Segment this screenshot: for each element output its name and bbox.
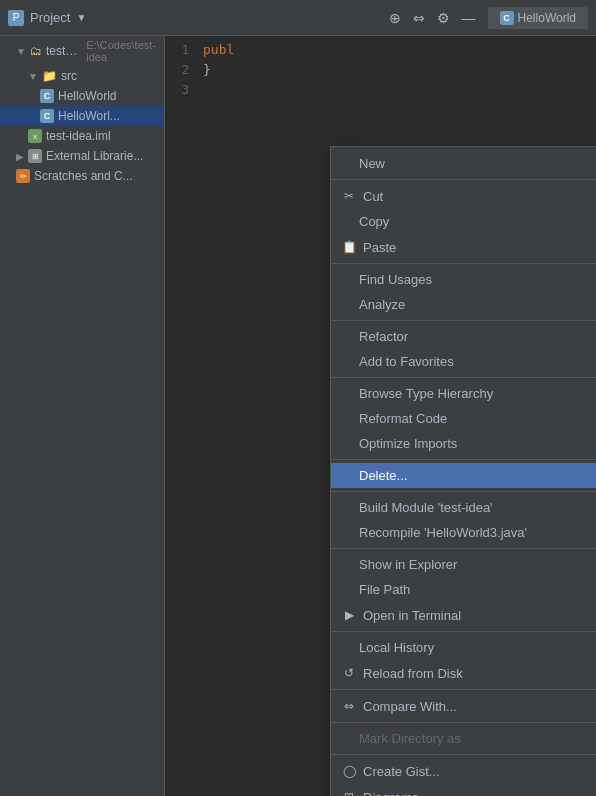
sidebar-item-project-root[interactable]: ▼ 🗂 test-idea E:\Codes\test-idea [0,36,164,66]
menu-item-add-to-favorites[interactable]: Add to Favorites ▶ [331,349,596,374]
project-root-path: E:\Codes\test-idea [86,39,156,63]
menu-item-analyze-label: Analyze [359,297,405,312]
expand-arrow: ▼ [16,46,26,57]
expand-icon[interactable]: ⇔ [413,10,425,26]
code-content: publ } [195,36,242,84]
helloworld2-label: HelloWorl... [58,109,120,123]
scratch-icon: ✏ [16,169,30,183]
sidebar-item-iml[interactable]: x test-idea.iml [0,126,164,146]
menu-item-build-module-label: Build Module 'test-idea' [359,500,493,515]
terminal-icon: ▶ [339,607,359,623]
menu-item-reformat-code-label: Reformat Code [359,411,447,426]
menu-separator-6 [331,491,596,492]
title-bar-left: P Project ▼ [8,10,86,26]
project-folder-icon: 🗂 [30,44,42,58]
expand-arrow-src: ▼ [28,71,38,82]
iml-label: test-idea.iml [46,129,111,143]
sidebar-item-helloworld1[interactable]: C HelloWorld [0,86,164,106]
scratches-label: Scratches and C... [34,169,133,183]
menu-item-find-usages-label: Find Usages [359,272,432,287]
menu-item-diagrams-label: Diagrams [363,790,419,797]
lib-icon: ⊞ [28,149,42,163]
menu-item-find-usages[interactable]: Find Usages Alt+F7 [331,267,596,292]
xml-file-icon: x [28,129,42,143]
menu-item-add-to-favorites-label: Add to Favorites [359,354,454,369]
menu-item-paste[interactable]: 📋 Paste Ctrl+V [331,234,596,260]
menu-separator-9 [331,689,596,690]
menu-separator-2 [331,263,596,264]
menu-item-reload-from-disk-label: Reload from Disk [363,666,463,681]
menu-item-optimize-imports[interactable]: Optimize Imports Ctrl+Alt+O [331,431,596,456]
minimize-icon[interactable]: — [462,10,476,26]
menu-item-reload-from-disk[interactable]: ↺ Reload from Disk [331,660,596,686]
tab-label: HelloWorld [518,11,576,25]
menu-item-browse-type-hierarchy[interactable]: Browse Type Hierarchy Ctrl+H [331,381,596,406]
sidebar-item-src[interactable]: ▼ 📁 src [0,66,164,86]
menu-item-new-label: New [359,156,385,171]
project-title: Project [30,10,70,25]
menu-item-compare-with-label: Compare With... [363,699,457,714]
title-bar: P Project ▼ ⊕ ⇔ ⚙ — C HelloWorld [0,0,596,36]
editor-tab[interactable]: C HelloWorld [488,7,588,29]
java-file-icon: C [40,89,54,103]
external-libs-label: External Librarie... [46,149,143,163]
menu-item-create-gist-label: Create Gist... [363,764,440,779]
context-menu: New ▶ ✂ Cut Ctrl+X Copy ▶ 📋 Paste Ctrl+V… [330,146,596,796]
gist-icon: ◯ [339,763,359,779]
menu-separator-3 [331,320,596,321]
file-type-badge: C [500,11,514,25]
src-folder-icon: 📁 [42,69,57,83]
menu-item-build-module[interactable]: Build Module 'test-idea' [331,495,596,520]
menu-item-show-in-explorer[interactable]: Show in Explorer [331,552,596,577]
compare-icon: ⇔ [339,698,359,714]
menu-item-open-in-terminal[interactable]: ▶ Open in Terminal [331,602,596,628]
settings-icon[interactable]: ⚙ [437,10,450,26]
menu-item-refactor[interactable]: Refactor ▶ [331,324,596,349]
menu-item-local-history-label: Local History [359,640,434,655]
main-layout: ▼ 🗂 test-idea E:\Codes\test-idea ▼ 📁 src… [0,36,596,796]
global-search-icon[interactable]: ⊕ [389,10,401,26]
menu-separator-4 [331,377,596,378]
menu-separator-1 [331,179,596,180]
menu-item-compare-with[interactable]: ⇔ Compare With... Ctrl+D [331,693,596,719]
src-label: src [61,69,77,83]
diagrams-icon: ⊞ [339,789,359,796]
menu-item-analyze[interactable]: Analyze ▶ [331,292,596,317]
java-file-icon-2: C [40,109,54,123]
sidebar-item-scratches[interactable]: ✏ Scratches and C... [0,166,164,186]
menu-item-create-gist[interactable]: ◯ Create Gist... [331,758,596,784]
project-root-label: test-idea [46,44,78,58]
menu-item-show-in-explorer-label: Show in Explorer [359,557,457,572]
title-bar-right: ⊕ ⇔ ⚙ — C HelloWorld [389,7,588,29]
menu-item-cut-label: Cut [363,189,383,204]
sidebar-item-external-libs[interactable]: ▶ ⊞ External Librarie... [0,146,164,166]
line-number-1: 1 [165,40,189,60]
editor-area: 1 2 3 publ } New ▶ ✂ Cut Ctrl+X Copy [165,36,596,796]
menu-item-copy-label: Copy [359,214,389,229]
menu-item-copy[interactable]: Copy ▶ [331,209,596,234]
menu-item-delete[interactable]: Delete... Delete [331,463,596,488]
project-icon: P [8,10,24,26]
menu-item-file-path-label: File Path [359,582,410,597]
menu-item-delete-label: Delete... [359,468,407,483]
menu-item-recompile-label: Recompile 'HelloWorld3.java' [359,525,527,540]
menu-item-local-history[interactable]: Local History ▶ [331,635,596,660]
expand-arrow-libs: ▶ [16,151,24,162]
sidebar-item-helloworld2[interactable]: C HelloWorl... [0,106,164,126]
menu-item-mark-directory-as: Mark Directory as ▶ [331,726,596,751]
menu-item-cut[interactable]: ✂ Cut Ctrl+X [331,183,596,209]
menu-item-diagrams[interactable]: ⊞ Diagrams ▶ [331,784,596,796]
code-line-1: publ [203,40,234,60]
line-number-3: 3 [165,80,189,100]
paste-icon: 📋 [339,239,359,255]
menu-item-reformat-code[interactable]: Reformat Code Ctrl+Alt+L [331,406,596,431]
code-line-2: } [203,60,234,80]
menu-item-new[interactable]: New ▶ [331,151,596,176]
line-numbers: 1 2 3 [165,36,195,100]
menu-item-recompile[interactable]: Recompile 'HelloWorld3.java' Ctrl+Shift+… [331,520,596,545]
menu-separator-8 [331,631,596,632]
menu-item-refactor-label: Refactor [359,329,408,344]
project-dropdown-arrow[interactable]: ▼ [76,12,86,23]
menu-item-file-path[interactable]: File Path Ctrl+Alt+F12 [331,577,596,602]
menu-separator-7 [331,548,596,549]
